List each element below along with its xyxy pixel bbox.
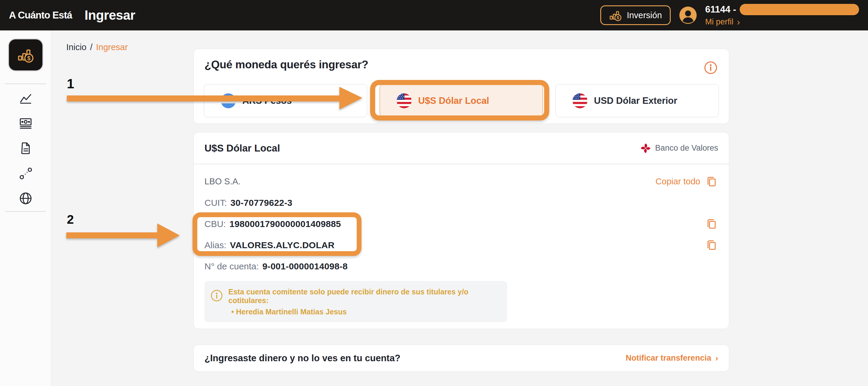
sidebar-divider [5, 84, 46, 84]
investment-icon: $ [609, 9, 622, 22]
redaction-bar [740, 4, 859, 15]
account-note: Esta cuenta comitente solo puede recibir… [205, 281, 507, 322]
notificar-transferencia-link[interactable]: Notificar transferencia › [626, 353, 718, 363]
account-number-row: N° de cuenta: 9-001-0000014098-8 [205, 260, 718, 273]
account-card-title: U$S Dólar Local [205, 142, 280, 154]
account-number-label: N° de cuenta: [205, 261, 259, 271]
avatar[interactable] [679, 6, 697, 24]
usa-flag-icon [397, 93, 412, 108]
breadcrumb-home[interactable]: Inicio [66, 42, 87, 52]
sidebar-item-route[interactable] [19, 166, 33, 180]
bank-badge: Banco de Valores [640, 143, 718, 154]
sidebar-item-document[interactable] [19, 141, 33, 155]
note-line-1: Esta cuenta comitente solo puede recibir… [228, 288, 499, 305]
svg-text:$: $ [617, 15, 619, 20]
sidebar-icons [19, 91, 33, 205]
copy-cbu-button[interactable] [705, 218, 718, 231]
deposit-coin-icon: $ [17, 46, 34, 64]
line-chart-icon [19, 91, 33, 105]
globe-icon [19, 192, 33, 205]
holder-name: LBO S.A. [205, 176, 241, 187]
copy-icon [705, 175, 718, 188]
cbu-row: CBU: 1980001790000001409885 [205, 218, 718, 231]
brand-logo: A Cuánto Está [9, 9, 72, 21]
cbu-label: CBU: [205, 219, 226, 229]
option-label: U$S Dólar Local [418, 95, 489, 106]
chevron-right-icon: › [715, 353, 718, 363]
sidebar-item-ingresar-active[interactable]: $ [9, 39, 42, 70]
breadcrumb-current: Ingresar [96, 42, 128, 52]
option-ars-pesos[interactable]: ARS Pesos [204, 84, 367, 117]
sidebar-item-line-chart[interactable] [19, 91, 33, 105]
chevron-right-icon: › [737, 18, 740, 27]
sidebar-divider-bottom [5, 211, 46, 212]
option-usd-local[interactable]: U$S Dólar Local [380, 84, 543, 117]
option-label: USD Dólar Exterior [594, 95, 677, 106]
transfer-question: ¿Ingresaste dinero y no lo ves en tu cue… [205, 353, 400, 364]
option-usd-exterior[interactable]: USD Dólar Exterior [556, 84, 719, 117]
account-card: U$S Dólar Local Banco de Valores [193, 132, 729, 329]
alias-label: Alias: [205, 240, 226, 250]
info-icon[interactable] [704, 61, 718, 74]
top-bar: A Cuánto Está Ingresar $ Inversión [0, 0, 868, 30]
note-text: Esta cuenta comitente solo puede recibir… [228, 288, 499, 316]
breadcrumb: Inicio / Ingresar [66, 42, 128, 52]
svg-text:$: $ [27, 55, 30, 61]
transfer-card: ¿Ingresaste dinero y no lo ves en tu cue… [193, 345, 729, 372]
annotation-step-1-label: 1 [67, 76, 74, 91]
currency-options: ARS Pesos [204, 84, 719, 117]
copy-alias-button[interactable] [705, 239, 718, 252]
mi-perfil-link[interactable]: Mi perfil › [705, 17, 740, 27]
copy-all-button[interactable]: Copiar todo [655, 175, 718, 188]
account-card-body: LBO S.A. Copiar todo CUIT: 30-70779622-3 [194, 164, 729, 322]
alias-row: Alias: VALORES.ALYC.DOLAR [205, 239, 718, 252]
cuit-row: CUIT: 30-70779622-3 [205, 196, 718, 210]
sidebar-item-banknote[interactable] [19, 116, 33, 130]
cuit-value: 30-70779622-3 [230, 198, 292, 208]
account-card-header: U$S Dólar Local Banco de Valores [194, 132, 729, 164]
account-number: 61144 - [705, 4, 736, 15]
currency-card-title: ¿Qué moneda querés ingresar? [205, 59, 368, 71]
annotation-arrow-2 [66, 223, 180, 248]
note-info-icon [211, 289, 223, 302]
cuit-label: CUIT: [205, 198, 227, 208]
account-number-value: 9-001-0000014098-8 [262, 261, 348, 271]
bank-name: Banco de Valores [655, 143, 718, 153]
route-icon [19, 166, 33, 180]
banco-de-valores-logo-icon [640, 143, 651, 154]
banknote-icon [19, 116, 33, 130]
page-title: Ingresar [85, 8, 135, 23]
breadcrumb-separator: / [90, 42, 93, 52]
currency-card: ¿Qué moneda querés ingresar? [193, 49, 729, 124]
alias-value: VALORES.ALYC.DOLAR [230, 240, 334, 250]
argentina-flag-icon [221, 93, 236, 108]
usa-flag-icon [572, 93, 587, 108]
inversion-button[interactable]: $ Inversión [600, 5, 671, 25]
sidebar-item-globe[interactable] [19, 192, 33, 205]
topbar-right: $ Inversión 61144 - Mi perfil [600, 4, 859, 27]
holder-row: LBO S.A. Copiar todo [205, 175, 718, 188]
page: A Cuánto Está Ingresar $ Inversión [0, 0, 868, 386]
sidebar: $ [0, 30, 51, 386]
note-line-2: • Heredia Martinelli Matias Jesus [228, 308, 499, 316]
option-label: ARS Pesos [242, 95, 291, 106]
cbu-value: 1980001790000001409885 [229, 219, 341, 229]
annotation-step-2-label: 2 [67, 213, 74, 227]
user-block: 61144 - Mi perfil › [705, 4, 859, 27]
document-icon [19, 141, 33, 155]
